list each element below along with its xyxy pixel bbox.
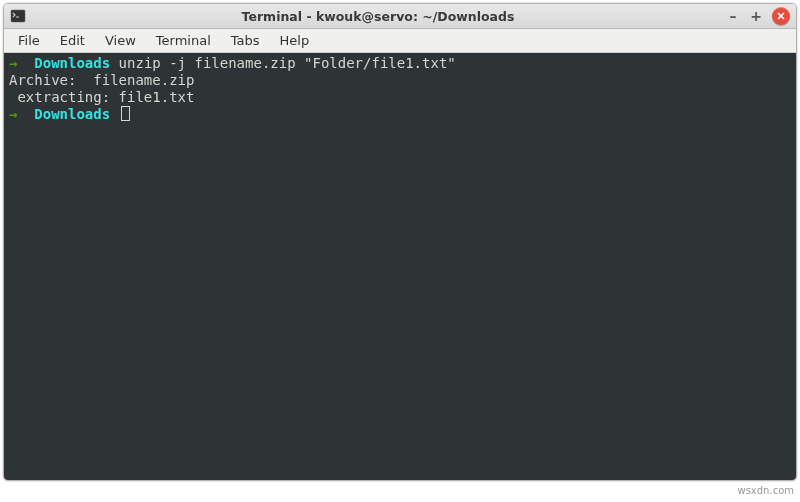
output-line-1: Archive: filename.zip [9, 72, 194, 88]
menu-file[interactable]: File [8, 30, 50, 51]
terminal-window: Terminal - kwouk@servo: ~/Downloads – + … [3, 3, 797, 481]
minimize-button[interactable]: – [726, 9, 740, 23]
maximize-button[interactable]: + [749, 9, 763, 23]
close-button[interactable] [772, 7, 790, 25]
cursor [121, 106, 130, 121]
window-controls: – + [726, 7, 790, 25]
menu-view[interactable]: View [95, 30, 146, 51]
menu-terminal[interactable]: Terminal [146, 30, 221, 51]
menu-edit[interactable]: Edit [50, 30, 95, 51]
menu-help[interactable]: Help [270, 30, 320, 51]
titlebar[interactable]: Terminal - kwouk@servo: ~/Downloads – + [4, 4, 796, 29]
watermark: wsxdn.com [737, 485, 794, 496]
menu-tabs[interactable]: Tabs [221, 30, 270, 51]
terminal-body[interactable]: → Downloads unzip -j filename.zip "Folde… [4, 53, 796, 480]
command-line-1: unzip -j filename.zip "Folder/file1.txt" [119, 55, 456, 71]
output-line-2: extracting: file1.txt [9, 89, 194, 105]
svg-rect-0 [11, 10, 25, 22]
prompt-arrow-icon: → [9, 55, 17, 71]
prompt-directory: Downloads [34, 55, 110, 71]
menubar: File Edit View Terminal Tabs Help [4, 29, 796, 53]
prompt-directory: Downloads [34, 106, 110, 122]
window-title: Terminal - kwouk@servo: ~/Downloads [30, 9, 726, 24]
prompt-arrow-icon: → [9, 106, 17, 122]
terminal-icon [10, 8, 26, 24]
